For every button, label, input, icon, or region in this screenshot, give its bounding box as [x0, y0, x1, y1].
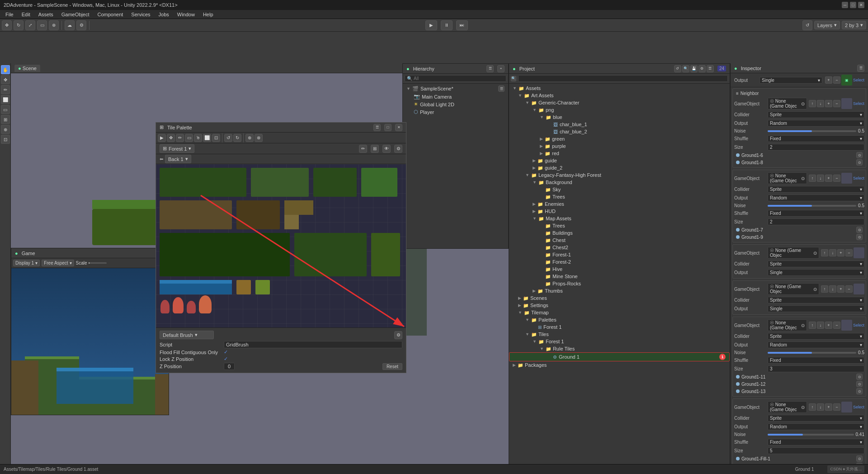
- proj-blue[interactable]: ▼ 📁 blue: [509, 114, 730, 121]
- insp-shuffle-1[interactable]: Fixed ▾: [768, 135, 864, 142]
- palette-edit-btn[interactable]: ✏: [359, 145, 367, 153]
- insp-go-add-5[interactable]: +: [825, 322, 832, 329]
- insp-go-dropdown-3[interactable]: ☉ None (Game Objec ⊙: [768, 247, 819, 259]
- insp-go-del-4[interactable]: −: [845, 285, 853, 293]
- proj-hud[interactable]: ▶ 📁 HUD: [509, 208, 730, 215]
- palette-tool-select[interactable]: ▶: [158, 134, 166, 142]
- project-settings-btn[interactable]: ⚙: [698, 65, 706, 72]
- proj-forest1-tiles[interactable]: ▼ 📁 Forest 1: [509, 338, 730, 345]
- layout-dropdown[interactable]: 2 by 3 ▾: [842, 21, 866, 29]
- tile-target-btn-9[interactable]: ⊙: [856, 234, 863, 240]
- proj-generic-character[interactable]: ▼ 📁 Generic-Character: [509, 99, 730, 106]
- palette-tool-fill[interactable]: ⊡: [212, 134, 220, 142]
- tile-palette-maximize-btn[interactable]: □: [384, 124, 392, 131]
- play-btn[interactable]: ▶: [425, 20, 437, 30]
- proj-settings[interactable]: ▶ 📁 Settings: [509, 302, 730, 309]
- insp-collider-2[interactable]: Sprite ▾: [768, 186, 864, 193]
- tool-brush[interactable]: ✏: [1, 85, 10, 94]
- proj-background[interactable]: ▼ 📁 Background: [509, 179, 730, 186]
- insp-go-up-3[interactable]: ↑: [821, 249, 828, 256]
- insp-go-up-2[interactable]: ↑: [809, 175, 816, 182]
- tool-erase[interactable]: ⬜: [1, 95, 10, 104]
- back-dropdown[interactable]: Back 1 ▾: [165, 155, 191, 163]
- inspector-menu-btn[interactable]: ☰: [857, 65, 864, 72]
- maximize-button[interactable]: □: [850, 2, 856, 8]
- collab-btn[interactable]: ⚙: [76, 20, 86, 30]
- proj-tiles[interactable]: ▼ 📁 Tiles: [509, 331, 730, 338]
- insp-go-del-6[interactable]: −: [833, 403, 840, 411]
- palette-tool-extra2[interactable]: ⊗: [255, 134, 263, 142]
- output-dropdown-top[interactable]: Single ▾: [760, 77, 822, 84]
- palette-name-dropdown[interactable]: ⊞ Forest 1 ▾: [160, 144, 194, 153]
- tile-palette-grid[interactable]: [156, 164, 406, 327]
- insp-go-down-4[interactable]: ↓: [829, 285, 836, 293]
- palette-tool-box[interactable]: ▭: [185, 134, 193, 142]
- project-sync-btn[interactable]: ↺: [674, 65, 681, 72]
- cloud-btn[interactable]: ☁: [65, 20, 75, 30]
- palette-settings-btn[interactable]: ⚙: [394, 145, 402, 153]
- palette-view-btn[interactable]: 👁: [382, 145, 391, 153]
- step-btn[interactable]: ⏭: [456, 20, 468, 30]
- proj-forest1-palette[interactable]: ⊞ Forest 1: [509, 323, 730, 331]
- proj-buildings[interactable]: 📁 Buildings: [509, 229, 730, 237]
- tool-hand[interactable]: ✋: [1, 65, 10, 74]
- insp-go-add-4[interactable]: +: [837, 285, 844, 293]
- insp-go-del-3[interactable]: −: [845, 249, 853, 256]
- menu-gameobject[interactable]: GameObject: [58, 11, 93, 18]
- close-button[interactable]: ✕: [858, 2, 864, 8]
- hier-main-camera[interactable]: 📷 Main Camera: [403, 93, 508, 100]
- proj-purple[interactable]: ▶ 📁 purple: [509, 142, 730, 150]
- proj-char-blue-2[interactable]: 🖼 char_blue_2: [509, 128, 730, 135]
- tool-extra[interactable]: ⊡: [1, 135, 10, 144]
- tile-target-btn-1[interactable]: ⊙: [856, 152, 863, 158]
- proj-art-assets[interactable]: ▼ 📁 Art Assets: [509, 92, 730, 99]
- insp-go-add-6[interactable]: +: [825, 403, 832, 411]
- insp-shuffle-5[interactable]: Fixed ▾: [768, 357, 864, 364]
- proj-assets[interactable]: ▼ 📁 Assets: [509, 85, 730, 92]
- proj-forest-1-folder[interactable]: 📁 Forest-1: [509, 251, 730, 258]
- palette-tool-undo[interactable]: ↺: [224, 134, 232, 142]
- menu-window[interactable]: Window: [174, 11, 198, 18]
- project-save-btn[interactable]: 💾: [690, 65, 698, 72]
- proj-legacy-fantasy[interactable]: ▼ 📁 Legacy-Fantasy-High Forest: [509, 171, 730, 179]
- insp-go-dropdown-4[interactable]: ☉ None (Game Objec ⊙: [768, 283, 819, 295]
- tool-fill[interactable]: ⊞: [1, 115, 10, 124]
- menu-component[interactable]: Component: [94, 11, 127, 18]
- hierarchy-search-input[interactable]: [414, 76, 504, 81]
- proj-guide-2[interactable]: ▶ 📁 guide_2: [509, 164, 730, 171]
- palette-tool-extra1[interactable]: ⊕: [245, 134, 254, 142]
- proj-red[interactable]: ▶ 📁 red: [509, 150, 730, 157]
- scene-menu-btn[interactable]: ☰: [498, 85, 505, 92]
- proj-tilemap[interactable]: ▼ 📁 Tilemap: [509, 309, 730, 316]
- insp-output-2[interactable]: Random ▾: [768, 194, 864, 201]
- menu-help[interactable]: Help: [199, 11, 217, 18]
- insp-go-up-4[interactable]: ↑: [821, 285, 828, 293]
- insp-size-5[interactable]: 3: [768, 365, 864, 372]
- insp-go-dropdown-2[interactable]: ☉ None (Game Objec ⊙: [768, 172, 807, 184]
- insp-output-6[interactable]: Random ▾: [768, 423, 864, 430]
- tool-transform[interactable]: ⊕: [1, 125, 10, 134]
- insp-collider-1[interactable]: Sprite ▾: [768, 111, 864, 118]
- insp-go-dropdown-6[interactable]: ☉ None (Game Objec ⊙: [768, 401, 807, 413]
- insp-go-del-1[interactable]: −: [833, 100, 840, 107]
- rotate-tool-btn[interactable]: ↻: [14, 20, 24, 30]
- proj-green[interactable]: ▶ 📁 green: [509, 135, 730, 142]
- insp-output-1[interactable]: Random ▾: [768, 120, 864, 127]
- insp-collider-4[interactable]: Sprite ▾: [768, 297, 864, 303]
- transform-tool-btn[interactable]: ⊕: [49, 20, 59, 30]
- undo-btn[interactable]: ↺: [802, 20, 812, 30]
- insp-go-del-2[interactable]: −: [833, 175, 840, 182]
- proj-enemies[interactable]: ▶ 📁 Enemies: [509, 200, 730, 208]
- proj-props-rocks[interactable]: 📁 Props-Rocks: [509, 280, 730, 287]
- hierarchy-add-btn[interactable]: +: [497, 65, 505, 72]
- insp-minus-top[interactable]: −: [833, 76, 840, 84]
- proj-map-assets[interactable]: ▼ 📁 Map Assets: [509, 215, 730, 222]
- menu-file[interactable]: File: [2, 11, 17, 18]
- menu-assets[interactable]: Assets: [35, 11, 57, 18]
- hierarchy-menu-btn[interactable]: ☰: [486, 65, 494, 72]
- layers-dropdown[interactable]: Layers ▾: [814, 21, 840, 29]
- proj-forest-2-folder[interactable]: 📁 Forest-2: [509, 258, 730, 265]
- insp-go-dropdown-1[interactable]: ☉ None (Game Objec ⊙: [768, 98, 807, 109]
- insp-go-down-5[interactable]: ↓: [817, 322, 824, 329]
- move-tool-btn[interactable]: ✥: [2, 20, 12, 30]
